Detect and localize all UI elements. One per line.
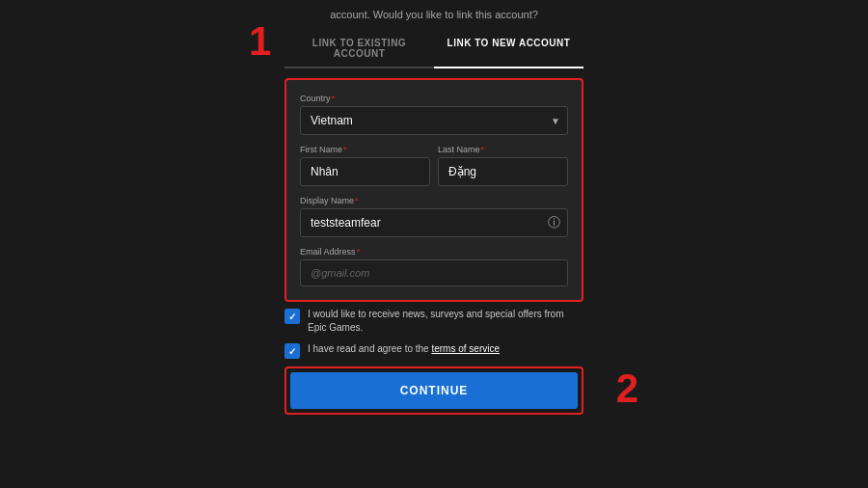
- checkbox-tos[interactable]: ✓: [285, 343, 300, 359]
- form-box: Country* ▼ First Name* Last Name*: [285, 78, 583, 302]
- email-field: Email Address*: [300, 247, 568, 286]
- country-label: Country*: [300, 94, 568, 103]
- first-name-label: First Name*: [300, 145, 430, 154]
- center-panel: account. Would you like to link this acc…: [285, 0, 583, 415]
- page-wrapper: 1 2 account. Would you like to link this…: [0, 0, 868, 488]
- badge-1: 1: [249, 21, 271, 62]
- display-name-wrapper: ⓘ: [300, 208, 568, 237]
- top-hint-text: account. Would you like to link this acc…: [330, 8, 538, 22]
- continue-button-wrapper: CONTINUE: [285, 366, 583, 415]
- checkbox-tos-label: I have read and agree to the terms of se…: [308, 342, 500, 356]
- email-input[interactable]: [300, 259, 568, 286]
- tab-link-new[interactable]: LINK TO NEW ACCOUNT: [434, 30, 583, 68]
- display-name-field: Display Name* ⓘ: [300, 196, 568, 237]
- checkbox-news[interactable]: ✓: [285, 309, 300, 324]
- country-input[interactable]: [300, 106, 568, 135]
- checkmark-2: ✓: [288, 346, 296, 357]
- last-name-input[interactable]: [438, 157, 568, 186]
- last-name-label: Last Name*: [438, 145, 568, 154]
- first-name-field: First Name*: [300, 145, 430, 186]
- terms-of-service-link[interactable]: terms of service: [431, 343, 500, 354]
- continue-button[interactable]: CONTINUE: [290, 372, 578, 409]
- country-field: Country* ▼: [300, 94, 568, 135]
- checkbox-row-1: ✓ I would like to receive news, surveys …: [285, 308, 583, 335]
- name-row: First Name* Last Name*: [300, 145, 568, 186]
- tab-link-existing[interactable]: LINK TO EXISTING ACCOUNT: [285, 30, 434, 67]
- country-wrapper: ▼: [300, 106, 568, 135]
- display-name-label: Display Name*: [300, 196, 568, 205]
- display-name-input[interactable]: [300, 208, 568, 237]
- email-label: Email Address*: [300, 247, 568, 257]
- checkbox-row-2: ✓ I have read and agree to the terms of …: [285, 342, 583, 359]
- first-name-input[interactable]: [300, 157, 430, 186]
- checkboxes-section: ✓ I would like to receive news, surveys …: [285, 308, 583, 359]
- badge-2: 2: [616, 368, 638, 409]
- checkmark-1: ✓: [288, 312, 296, 322]
- last-name-field: Last Name*: [438, 145, 568, 186]
- checkbox-news-label: I would like to receive news, surveys an…: [308, 308, 583, 335]
- tabs-row: LINK TO EXISTING ACCOUNT LINK TO NEW ACC…: [285, 30, 583, 68]
